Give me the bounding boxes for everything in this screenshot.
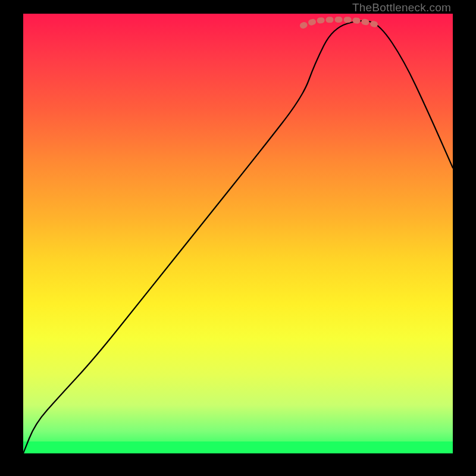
bottleneck-curve-svg xyxy=(23,14,453,453)
plot-area xyxy=(23,14,453,453)
optimal-segment-marker xyxy=(303,20,379,26)
chart-frame: TheBottleneck.com xyxy=(0,0,476,476)
bottleneck-curve xyxy=(23,21,453,453)
watermark-text: TheBottleneck.com xyxy=(352,1,451,14)
